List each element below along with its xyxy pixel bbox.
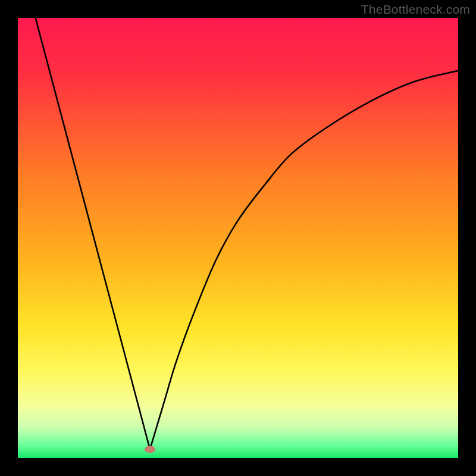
plot-area: [18, 18, 458, 458]
minimum-marker: [145, 446, 155, 453]
chart-svg: [18, 18, 458, 458]
watermark-text: TheBottleneck.com: [361, 2, 470, 17]
chart-frame: TheBottleneck.com: [0, 0, 476, 476]
background-gradient: [18, 18, 458, 458]
